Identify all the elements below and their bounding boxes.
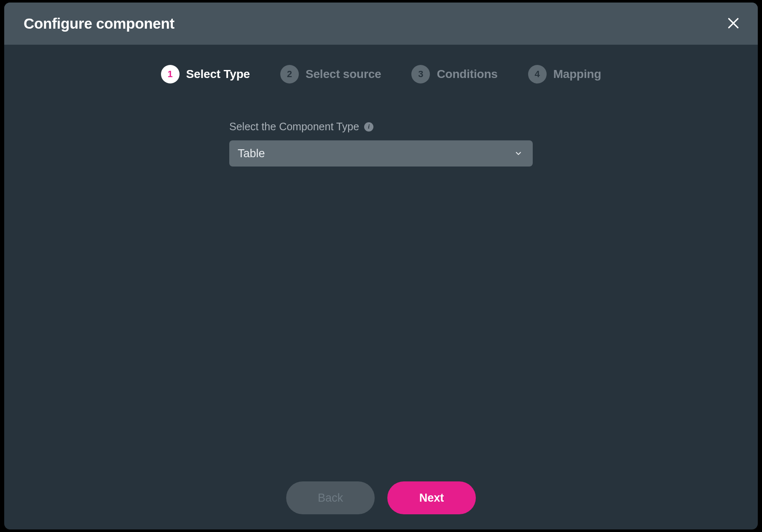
step-label: Conditions bbox=[437, 67, 497, 81]
step-mapping[interactable]: 4 Mapping bbox=[528, 65, 601, 83]
next-button[interactable]: Next bbox=[387, 481, 476, 514]
configure-component-modal: Configure component 1 Select Type 2 Sele… bbox=[4, 3, 758, 529]
component-type-label: Select the Component Type bbox=[229, 121, 359, 133]
back-button[interactable]: Back bbox=[286, 481, 375, 514]
step-conditions[interactable]: 3 Conditions bbox=[411, 65, 497, 83]
chevron-down-icon bbox=[514, 149, 523, 158]
info-icon[interactable]: i bbox=[364, 122, 373, 132]
step-label: Mapping bbox=[553, 67, 601, 81]
close-icon bbox=[727, 16, 740, 31]
step-number-badge: 4 bbox=[528, 65, 547, 83]
step-label: Select Type bbox=[186, 67, 250, 81]
field-label-row: Select the Component Type i bbox=[229, 121, 533, 133]
modal-title: Configure component bbox=[24, 15, 174, 32]
component-type-select[interactable]: Table bbox=[229, 140, 533, 167]
step-label: Select source bbox=[306, 67, 381, 81]
step-number-badge: 1 bbox=[161, 65, 180, 83]
step-number-badge: 3 bbox=[411, 65, 430, 83]
select-value: Table bbox=[238, 147, 265, 160]
wizard-footer: Back Next bbox=[4, 481, 758, 529]
modal-header: Configure component bbox=[4, 3, 758, 45]
step-select-source[interactable]: 2 Select source bbox=[280, 65, 381, 83]
step-select-type[interactable]: 1 Select Type bbox=[161, 65, 250, 83]
close-button[interactable] bbox=[725, 15, 742, 32]
wizard-stepper: 1 Select Type 2 Select source 3 Conditio… bbox=[4, 45, 758, 104]
form-area: Select the Component Type i Table bbox=[229, 121, 533, 167]
step-number-badge: 2 bbox=[280, 65, 299, 83]
